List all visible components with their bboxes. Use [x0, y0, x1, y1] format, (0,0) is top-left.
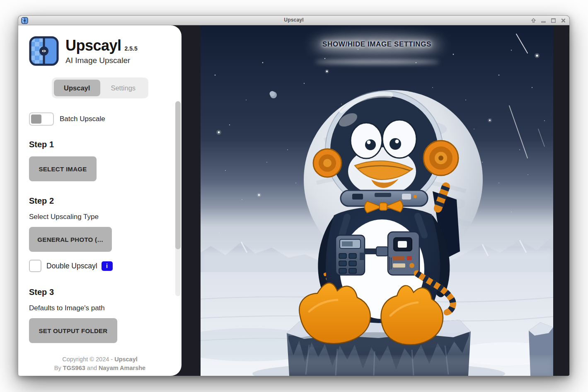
image-preview: SHOW/HIDE IMAGE SETTINGS	[201, 25, 553, 376]
batch-upscale-row: Batch Upscale	[29, 112, 105, 126]
upscaling-type-button[interactable]: GENERAL PHOTO (…	[29, 227, 112, 252]
step3-title: Step 3	[29, 287, 54, 297]
byline-and: and	[85, 365, 99, 371]
scrollbar-thumb[interactable]	[175, 101, 181, 249]
titlebar: Upscayl	[18, 16, 569, 25]
tab-bar: Upscayl Settings	[52, 78, 148, 98]
step1-title: Step 1	[29, 140, 54, 149]
set-output-folder-button[interactable]: SET OUTPUT FOLDER	[29, 318, 117, 343]
content-area: Upscayl 2.5.5 AI Image Upscaler Upscayl …	[18, 25, 569, 376]
close-icon[interactable]	[560, 17, 566, 23]
footer-copyright: Copyright © 2024 - Upscayl By TGS963 and…	[18, 355, 181, 373]
app-window: Upscayl	[18, 15, 570, 376]
byline-prefix: By	[54, 365, 63, 371]
double-upscayl-label: Double Upscayl	[46, 262, 97, 270]
copyright-prefix: Copyright © 2024 -	[62, 356, 114, 363]
step2-subtitle: Select Upscaling Type	[29, 213, 99, 221]
toggle-knob	[31, 114, 41, 124]
batch-upscale-toggle[interactable]	[29, 112, 54, 126]
batch-upscale-label: Batch Upscale	[60, 115, 105, 123]
app-version: 2.5.5	[125, 45, 138, 52]
brand-header: Upscayl 2.5.5 AI Image Upscaler	[29, 36, 138, 66]
tab-settings[interactable]: Settings	[100, 80, 147, 96]
sidebar-scrollbar	[175, 101, 181, 296]
tux-astronaut-illustration	[201, 25, 553, 376]
author-nayam: Nayam Amarshe	[99, 365, 145, 371]
sidebar: Upscayl 2.5.5 AI Image Upscaler Upscayl …	[18, 25, 181, 376]
show-hide-image-settings-button[interactable]: SHOW/HIDE IMAGE SETTINGS	[201, 40, 553, 49]
author-tgs963: TGS963	[63, 365, 85, 371]
copyright-brand: Upscayl	[114, 356, 138, 363]
shade-icon[interactable]	[530, 17, 536, 23]
step3-subtitle: Defaults to Image's path	[29, 304, 105, 312]
app-name: Upscayl	[65, 37, 121, 54]
helmet-earcup-right	[423, 141, 458, 175]
double-upscayl-row: Double Upscayl i	[29, 260, 113, 272]
double-upscayl-checkbox[interactable]	[29, 260, 41, 272]
step2-title: Step 2	[29, 196, 54, 206]
window-title: Upscayl	[18, 17, 569, 23]
tab-upscayl[interactable]: Upscayl	[54, 80, 100, 96]
info-badge[interactable]: i	[102, 261, 113, 271]
overlay-light-streak	[315, 60, 439, 64]
app-logo-icon	[29, 36, 59, 66]
maximize-icon[interactable]	[550, 17, 556, 23]
app-tagline: AI Image Upscaler	[65, 56, 138, 65]
helmet-earcup-left	[313, 149, 341, 177]
select-image-button[interactable]: SELECT IMAGE	[29, 156, 97, 181]
minimize-icon[interactable]	[540, 17, 546, 23]
